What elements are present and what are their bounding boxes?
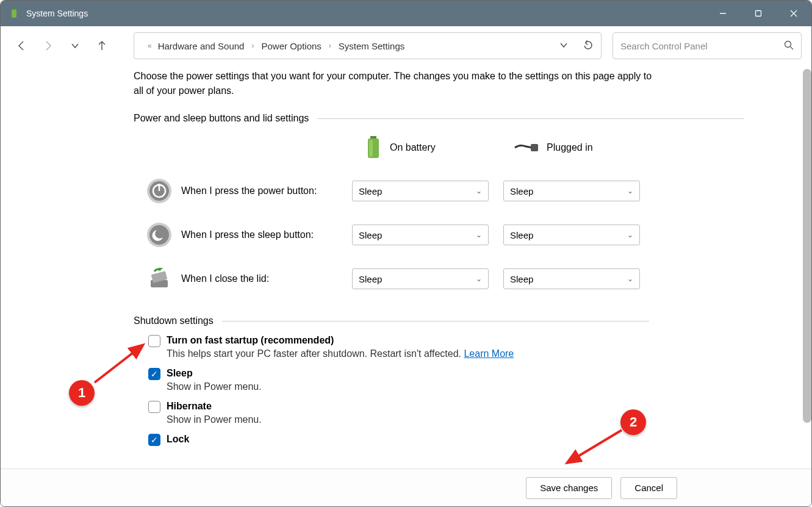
lock-checkbox[interactable]: ✓: [148, 434, 160, 446]
checkbox-description: Show in Power menu.: [167, 381, 770, 392]
lid-close-icon: [146, 265, 173, 292]
checkbox-label: Sleep: [167, 368, 193, 379]
power-button-battery-select[interactable]: Sleep⌄: [352, 181, 489, 201]
search-icon[interactable]: [784, 40, 794, 52]
chevron-right-icon: ›: [251, 41, 254, 50]
minimize-button[interactable]: [705, 1, 741, 26]
breadcrumb-item[interactable]: Hardware and Sound: [158, 41, 245, 51]
cancel-button[interactable]: Cancel: [620, 477, 677, 499]
breadcrumb-item[interactable]: System Settings: [339, 41, 404, 51]
sleep-button-icon: [146, 221, 173, 248]
sleep-button-battery-select[interactable]: Sleep⌄: [352, 225, 489, 245]
svg-line-8: [791, 46, 794, 49]
forward-button[interactable]: [37, 35, 59, 57]
up-button[interactable]: [91, 35, 113, 57]
scrollbar[interactable]: [803, 69, 811, 423]
save-button[interactable]: Save changes: [526, 477, 612, 499]
section-label: Power and sleep buttons and lid settings: [134, 113, 309, 124]
divider: [222, 321, 649, 322]
power-button-plugged-select[interactable]: Sleep⌄: [503, 181, 640, 201]
chevron-left-icon: «: [148, 41, 152, 50]
maximize-button[interactable]: [741, 1, 776, 26]
refresh-button[interactable]: [583, 40, 594, 52]
svg-rect-0: [12, 9, 16, 18]
svg-point-7: [785, 41, 791, 47]
lid-battery-select[interactable]: Sleep⌄: [352, 268, 489, 289]
titlebar: System Settings: [1, 1, 811, 26]
search-input[interactable]: [620, 41, 784, 51]
svg-line-23: [95, 345, 143, 383]
checkbox-label: Hibernate: [167, 401, 212, 412]
hibernate-checkbox[interactable]: [148, 401, 160, 413]
learn-more-link[interactable]: Learn More: [464, 348, 514, 359]
svg-line-25: [567, 430, 622, 463]
back-button[interactable]: [10, 35, 32, 57]
buttons-bar: Save changes Cancel: [1, 469, 811, 506]
svg-rect-3: [756, 11, 761, 16]
annotation-arrow: [561, 428, 628, 470]
plug-icon: [514, 140, 539, 155]
svg-rect-9: [370, 136, 376, 138]
svg-rect-1: [13, 8, 15, 10]
window-controls: [705, 1, 811, 26]
app-icon: [8, 7, 20, 20]
close-button[interactable]: [776, 1, 811, 26]
annotation-number: 2: [620, 409, 646, 435]
page-description: Choose the power settings that you want …: [134, 69, 658, 98]
svg-rect-12: [531, 144, 538, 151]
chevron-right-icon: ›: [329, 41, 331, 50]
row-label: When I press the power button:: [181, 185, 352, 196]
column-header-plugged: Plugged in: [547, 142, 593, 153]
battery-icon: [364, 135, 383, 160]
content-area: Choose the power settings that you want …: [5, 69, 807, 465]
checkbox-description: This helps start your PC faster after sh…: [167, 348, 770, 359]
annotation-arrow: [90, 339, 151, 387]
row-label: When I close the lid:: [181, 273, 352, 284]
svg-rect-11: [369, 140, 373, 157]
window-title: System Settings: [26, 9, 88, 18]
checkbox-description: Show in Power menu.: [167, 414, 770, 425]
annotation-number: 1: [69, 380, 95, 406]
power-button-icon: [146, 178, 173, 204]
divider: [317, 118, 744, 119]
checkbox-label: Turn on fast startup (recommended): [167, 335, 334, 346]
section-label: Shutdown settings: [134, 315, 214, 326]
breadcrumb-item[interactable]: Power Options: [261, 41, 321, 51]
search-box[interactable]: [613, 32, 802, 59]
address-bar[interactable]: « Hardware and Sound › Power Options › S…: [134, 32, 602, 59]
column-header-battery: On battery: [390, 142, 436, 153]
checkbox-label: Lock: [167, 434, 189, 445]
sleep-button-plugged-select[interactable]: Sleep⌄: [503, 225, 640, 245]
recent-button[interactable]: [64, 35, 86, 57]
lid-plugged-select[interactable]: Sleep⌄: [503, 268, 640, 289]
row-label: When I press the sleep button:: [181, 229, 352, 240]
toolbar: « Hardware and Sound › Power Options › S…: [1, 26, 811, 65]
chevron-down-icon[interactable]: [559, 41, 568, 51]
